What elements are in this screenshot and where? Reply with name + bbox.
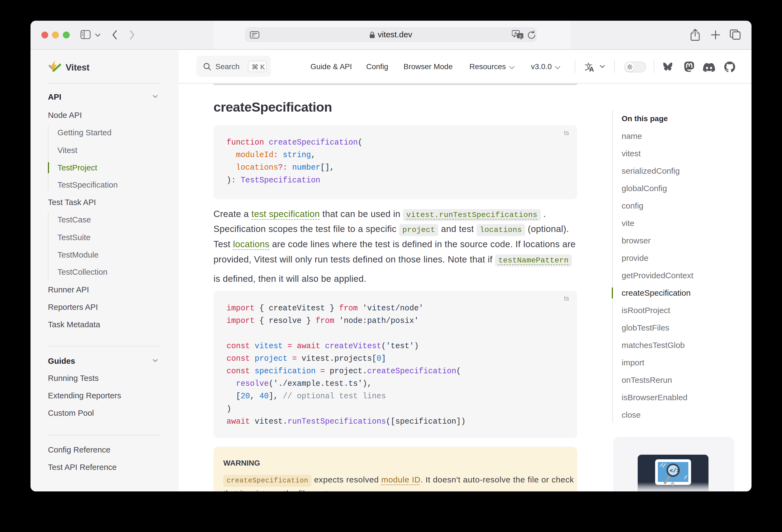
svg-text:</>: </> (670, 468, 680, 474)
svg-text:文: 文 (519, 34, 523, 38)
svg-text:A: A (589, 66, 594, 73)
svg-text:A: A (514, 31, 517, 35)
